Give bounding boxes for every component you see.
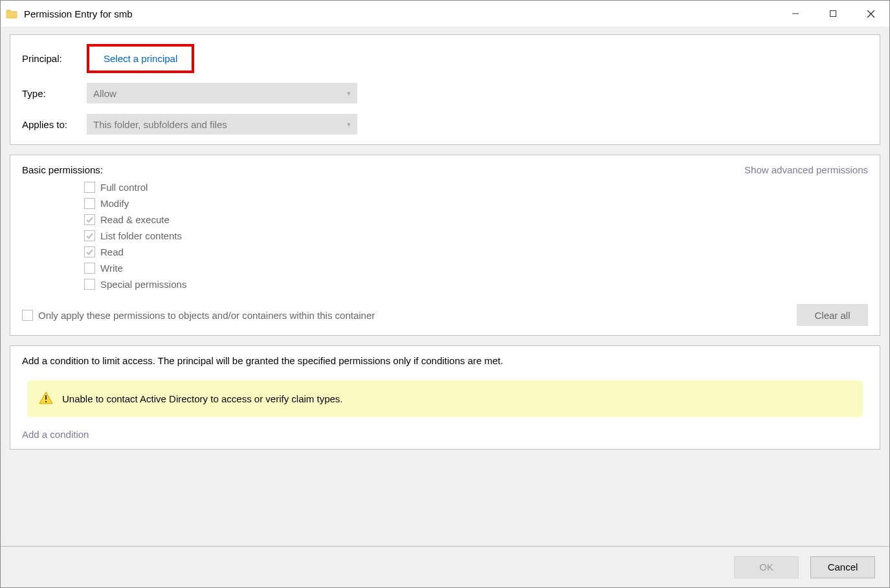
- select-principal-link[interactable]: Select a principal: [104, 53, 177, 64]
- checkbox-icon: [84, 230, 95, 241]
- warning-text: Unable to contact Active Directory to ac…: [62, 393, 343, 404]
- ok-button[interactable]: OK: [734, 556, 799, 578]
- folder-icon: [6, 8, 17, 19]
- type-label: Type:: [22, 88, 87, 99]
- only-apply-checkbox[interactable]: Only apply these permissions to objects …: [22, 310, 375, 321]
- clear-all-button[interactable]: Clear all: [797, 304, 868, 326]
- applies-to-value: This folder, subfolders and files: [93, 119, 227, 130]
- permissions-panel: Basic permissions: Show advanced permiss…: [10, 155, 880, 336]
- checkbox-icon: [84, 279, 95, 290]
- checkbox-icon: [22, 310, 33, 321]
- svg-rect-5: [45, 395, 47, 400]
- type-value: Allow: [93, 88, 117, 99]
- show-advanced-permissions-link[interactable]: Show advanced permissions: [744, 164, 868, 175]
- perm-label: Read: [100, 246, 124, 257]
- client-area: Principal: Select a principal Type: Allo…: [1, 27, 889, 546]
- perm-label: List folder contents: [100, 230, 182, 241]
- perm-label: Modify: [100, 198, 129, 209]
- principal-panel: Principal: Select a principal Type: Allo…: [10, 34, 880, 145]
- perm-label: Write: [100, 263, 123, 274]
- perm-read-execute[interactable]: Read & execute: [84, 214, 868, 225]
- checkbox-icon: [84, 246, 95, 257]
- perm-list-folder[interactable]: List folder contents: [84, 230, 868, 241]
- svg-rect-1: [830, 11, 836, 17]
- perm-label: Read & execute: [100, 214, 170, 225]
- chevron-down-icon: ▾: [347, 89, 351, 98]
- svg-rect-6: [45, 401, 47, 402]
- basic-permissions-heading: Basic permissions:: [22, 164, 103, 175]
- chevron-down-icon: ▾: [347, 120, 351, 129]
- condition-panel: Add a condition to limit access. The pri…: [10, 345, 880, 450]
- perm-special[interactable]: Special permissions: [84, 279, 868, 290]
- perm-label: Full control: [100, 182, 148, 193]
- add-condition-link[interactable]: Add a condition: [22, 429, 89, 440]
- perm-read[interactable]: Read: [84, 246, 868, 257]
- cancel-button[interactable]: Cancel: [810, 556, 875, 578]
- applies-to-combobox[interactable]: This folder, subfolders and files ▾: [87, 114, 357, 135]
- only-apply-label: Only apply these permissions to objects …: [38, 310, 375, 321]
- principal-label: Principal:: [22, 53, 87, 64]
- type-combobox[interactable]: Allow ▾: [87, 83, 357, 103]
- checkbox-icon: [84, 198, 95, 209]
- perm-full-control[interactable]: Full control: [84, 182, 868, 193]
- warning-icon: [39, 391, 53, 407]
- perm-modify[interactable]: Modify: [84, 198, 868, 209]
- checkbox-icon: [84, 182, 95, 193]
- checkbox-icon: [84, 263, 95, 274]
- applies-to-label: Applies to:: [22, 119, 87, 130]
- maximize-button[interactable]: [814, 1, 852, 27]
- perm-write[interactable]: Write: [84, 263, 868, 274]
- window-controls: [777, 1, 889, 27]
- permissions-list: Full control Modify Read & execute List …: [84, 182, 868, 290]
- close-button[interactable]: [852, 1, 889, 27]
- condition-description: Add a condition to limit access. The pri…: [22, 355, 868, 366]
- titlebar: Permission Entry for smb: [1, 1, 889, 27]
- dialog-button-bar: OK Cancel: [1, 546, 889, 587]
- minimize-button[interactable]: [777, 1, 814, 27]
- select-principal-highlight: Select a principal: [87, 44, 194, 73]
- checkbox-icon: [84, 214, 95, 225]
- warning-bar: Unable to contact Active Directory to ac…: [27, 380, 863, 417]
- perm-label: Special permissions: [100, 279, 186, 290]
- window-title: Permission Entry for smb: [24, 8, 777, 19]
